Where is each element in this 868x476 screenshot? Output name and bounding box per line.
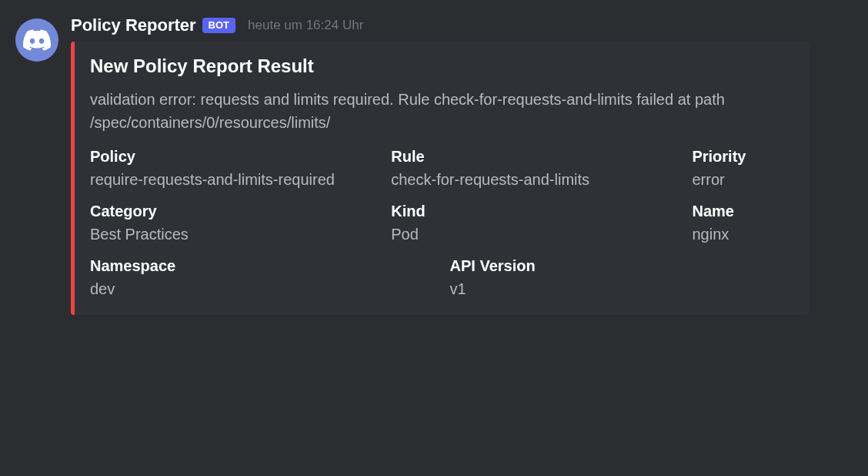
field-api-version: API Version v1 bbox=[450, 257, 795, 300]
field-label: Priority bbox=[692, 148, 794, 166]
field-label: Policy bbox=[90, 148, 376, 166]
field-kind: Kind Pod bbox=[391, 203, 676, 245]
field-priority: Priority error bbox=[692, 148, 794, 190]
fields-row-3: Namespace dev API Version v1 bbox=[90, 257, 794, 300]
message-container: Policy Reporter BOT heute um 16:24 Uhr N… bbox=[15, 15, 853, 315]
embed: New Policy Report Result validation erro… bbox=[71, 42, 810, 315]
avatar[interactable] bbox=[15, 18, 58, 62]
field-value: nginx bbox=[692, 223, 794, 245]
timestamp: heute um 16:24 Uhr bbox=[248, 18, 363, 33]
field-value: require-requests-and-limits-required bbox=[90, 169, 376, 190]
fields-row-1: Policy require-requests-and-limits-requi… bbox=[90, 148, 794, 190]
field-rule: Rule check-for-requests-and-limits bbox=[391, 148, 676, 190]
field-value: check-for-requests-and-limits bbox=[391, 169, 676, 190]
bot-badge: BOT bbox=[202, 18, 235, 34]
fields-row-2: Category Best Practices Kind Pod Name ng… bbox=[90, 203, 794, 245]
field-label: API Version bbox=[450, 257, 795, 275]
field-value: Pod bbox=[391, 223, 676, 245]
field-value: dev bbox=[90, 278, 435, 300]
message-content: Policy Reporter BOT heute um 16:24 Uhr N… bbox=[71, 15, 853, 315]
field-label: Namespace bbox=[90, 257, 435, 275]
field-category: Category Best Practices bbox=[90, 203, 376, 245]
field-policy: Policy require-requests-and-limits-requi… bbox=[90, 148, 376, 190]
field-resource-name: Name nginx bbox=[692, 203, 794, 245]
field-label: Category bbox=[90, 203, 376, 220]
field-value: v1 bbox=[450, 278, 795, 300]
field-namespace: Namespace dev bbox=[90, 257, 435, 300]
field-label: Rule bbox=[391, 148, 676, 166]
message-header: Policy Reporter BOT heute um 16:24 Uhr bbox=[71, 15, 853, 35]
field-value: error bbox=[692, 169, 794, 190]
author-name[interactable]: Policy Reporter bbox=[71, 15, 196, 35]
embed-title: New Policy Report Result bbox=[90, 55, 794, 77]
field-value: Best Practices bbox=[90, 223, 376, 245]
discord-icon bbox=[23, 26, 51, 54]
field-label: Kind bbox=[391, 203, 676, 220]
field-label: Name bbox=[692, 203, 794, 220]
embed-description: validation error: requests and limits re… bbox=[90, 88, 794, 134]
